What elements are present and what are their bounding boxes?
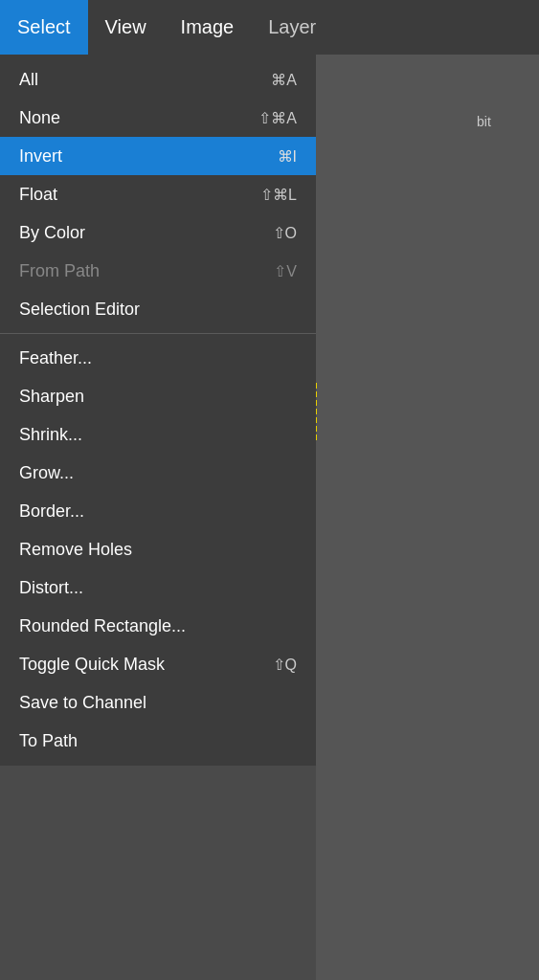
menu-item-feather[interactable]: Feather...	[0, 339, 316, 377]
menu-item-distort-label: Distort...	[19, 578, 83, 598]
right-panel: bit	[316, 55, 539, 980]
menu-bar-item-layer[interactable]: Layer	[251, 0, 333, 55]
menu-bar-item-select[interactable]: Select	[0, 0, 88, 55]
menu-item-selection-editor-label: Selection Editor	[19, 300, 140, 320]
menu-item-float-label: Float	[19, 185, 57, 205]
menu-item-invert[interactable]: Invert ⌘I	[0, 137, 316, 175]
menu-item-none[interactable]: None ⇧⌘A	[0, 99, 316, 137]
menu-item-toggle-quick-mask-label: Toggle Quick Mask	[19, 655, 165, 675]
menu-item-sharpen-label: Sharpen	[19, 387, 84, 407]
menu-item-all[interactable]: All ⌘A	[0, 60, 316, 99]
menu-item-by-color[interactable]: By Color ⇧O	[0, 213, 316, 252]
menu-item-by-color-shortcut: ⇧O	[273, 224, 297, 242]
menu-item-selection-editor[interactable]: Selection Editor	[0, 290, 316, 328]
menu-bar-item-view[interactable]: View	[88, 0, 164, 55]
menu-item-float[interactable]: Float ⇧⌘L	[0, 175, 316, 213]
menu-item-none-shortcut: ⇧⌘A	[258, 109, 297, 127]
menu-item-to-path[interactable]: To Path	[0, 722, 316, 760]
menu-bar-item-image[interactable]: Image	[164, 0, 252, 55]
menu-separator-1	[0, 333, 316, 334]
menu-item-none-label: None	[19, 108, 60, 128]
select-dropdown-menu: All ⌘A None ⇧⌘A Invert ⌘I Float ⇧⌘L By C…	[0, 55, 316, 766]
menu-item-by-color-label: By Color	[19, 223, 85, 243]
menu-item-all-label: All	[19, 70, 38, 90]
menu-item-remove-holes-label: Remove Holes	[19, 540, 132, 560]
menu-item-grow[interactable]: Grow...	[0, 454, 316, 492]
menu-item-all-shortcut: ⌘A	[271, 71, 297, 89]
menu-item-from-path-shortcut: ⇧V	[274, 262, 297, 280]
menu-item-rounded-rectangle-label: Rounded Rectangle...	[19, 616, 186, 636]
menu-item-to-path-label: To Path	[19, 731, 78, 751]
menu-item-rounded-rectangle[interactable]: Rounded Rectangle...	[0, 607, 316, 645]
menu-item-shrink[interactable]: Shrink...	[0, 415, 316, 454]
menu-item-grow-label: Grow...	[19, 463, 74, 483]
menu-item-sharpen[interactable]: Sharpen	[0, 377, 316, 415]
menu-item-invert-shortcut: ⌘I	[278, 147, 297, 166]
menu-item-border-label: Border...	[19, 501, 84, 522]
menu-item-from-path: From Path ⇧V	[0, 252, 316, 290]
menu-bar: Select View Image Layer	[0, 0, 539, 55]
menu-item-remove-holes[interactable]: Remove Holes	[0, 530, 316, 568]
menu-item-feather-label: Feather...	[19, 348, 92, 368]
menu-item-from-path-label: From Path	[19, 261, 100, 281]
menu-item-save-to-channel[interactable]: Save to Channel	[0, 683, 316, 722]
menu-item-distort[interactable]: Distort...	[0, 568, 316, 607]
menu-item-toggle-quick-mask[interactable]: Toggle Quick Mask ⇧Q	[0, 645, 316, 683]
menu-item-invert-label: Invert	[19, 146, 62, 167]
menu-item-toggle-quick-mask-shortcut: ⇧Q	[273, 656, 297, 674]
menu-item-shrink-label: Shrink...	[19, 425, 82, 445]
menu-item-float-shortcut: ⇧⌘L	[260, 186, 297, 204]
right-panel-bit-label: bit	[472, 109, 539, 134]
menu-item-border[interactable]: Border...	[0, 492, 316, 530]
menu-item-save-to-channel-label: Save to Channel	[19, 693, 146, 713]
